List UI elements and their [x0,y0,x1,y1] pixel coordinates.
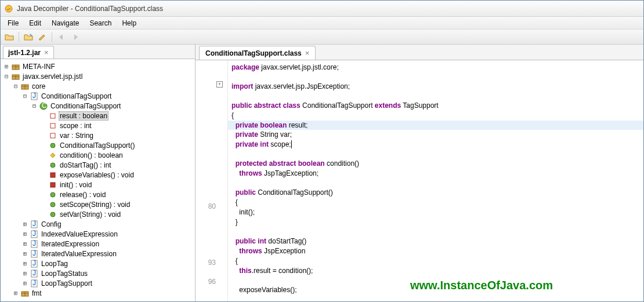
tree-node-fmt[interactable]: ⊞fmt [2,288,194,298]
jar-tab[interactable]: jstl-1.2.jar× [3,46,54,59]
content-area: jstl-1.2.jar× ⊞META-INF ⊟javax.servlet.j… [1,45,643,301]
tree-node-package[interactable]: ⊟javax.servlet.jsp.jstl [2,71,194,81]
tree-node-method-init[interactable]: init() : void [2,180,194,190]
collapse-icon[interactable]: ⊟ [31,103,38,109]
app-window: Java Decompiler - ConditionalTagSupport.… [0,0,644,302]
svg-rect-13 [50,173,55,177]
svg-point-17 [50,212,55,217]
menubar: File Edit Navigate Search Help [1,17,643,30]
tree-node-method-expose[interactable]: exposeVariables() : void [2,170,194,180]
line-gutter: + 809396 [196,60,228,301]
svg-rect-14 [50,183,55,187]
expand-icon[interactable]: ⊞ [21,250,28,257]
menu-navigate[interactable]: Navigate [47,18,84,28]
method-public-icon [48,210,57,219]
method-public-icon [48,200,57,209]
collapse-icon[interactable]: ⊟ [3,73,10,79]
svg-text:J: J [32,250,36,257]
expand-icon[interactable]: ⊞ [21,270,28,276]
collapse-icon[interactable]: ⊟ [21,93,28,99]
save-button[interactable] [22,31,35,43]
toolbar-separator [52,32,52,42]
back-button[interactable] [55,31,68,43]
svg-point-16 [50,202,55,207]
svg-rect-10 [50,133,55,138]
expand-icon[interactable]: ⊞ [21,280,28,286]
explorer-panel: jstl-1.2.jar× ⊞META-INF ⊟javax.servlet.j… [1,45,196,301]
tree-node-itve[interactable]: ⊞JIteratedValueExpression [2,249,194,259]
package-icon [11,62,20,71]
close-icon[interactable]: × [44,48,49,57]
field-private-icon [48,121,57,130]
method-public-icon [48,161,57,170]
app-icon [4,4,13,13]
close-icon[interactable]: × [305,49,310,57]
expand-icon[interactable]: ⊞ [21,231,28,237]
explorer-tabs: jstl-1.2.jar× [1,45,195,59]
package-icon [20,289,30,298]
class-file-icon: J [30,220,39,229]
toolbar [1,30,643,45]
class-file-icon: J [30,269,39,278]
class-file-icon: J [30,230,39,239]
code-content: package javax.servlet.jsp.jstl.core; imp… [228,60,643,301]
tree-node-class-inner[interactable]: ⊟CConditionalTagSupport [2,101,194,111]
editor-tab[interactable]: ConditionalTagSupport.class× [199,46,316,60]
tree-node-method-condition[interactable]: condition() : boolean [2,150,194,160]
fold-expand-icon[interactable]: + [216,81,223,88]
svg-text:J: J [32,230,36,238]
class-file-icon: J [30,279,39,288]
svg-point-15 [50,192,55,197]
expand-icon[interactable]: ⊞ [21,260,28,267]
expand-icon[interactable]: ⊞ [21,241,28,247]
field-private-icon [48,131,57,140]
tree-node-ive[interactable]: ⊞JIndexedValueExpression [2,229,194,239]
svg-text:J: J [32,279,36,287]
tree-node-looptagstatus[interactable]: ⊞JLoopTagStatus [2,268,194,278]
svg-text:J: J [32,270,36,277]
expand-icon[interactable]: ⊞ [3,63,10,70]
tree-node-ite[interactable]: ⊞JIteratedExpression [2,239,194,249]
tree-node-field-scope[interactable]: scope : int [2,121,194,130]
tree-node-method-setvar[interactable]: setVar(String) : void [2,209,194,219]
menu-search[interactable]: Search [85,18,116,28]
menu-help[interactable]: Help [117,18,141,28]
svg-text:J: J [32,92,36,100]
svg-text:J: J [32,260,36,267]
package-tree[interactable]: ⊞META-INF ⊟javax.servlet.jsp.jstl ⊟core … [1,59,195,301]
svg-point-0 [5,5,12,12]
tree-node-core[interactable]: ⊟core [2,81,194,91]
tree-node-config[interactable]: ⊞JConfig [2,219,194,229]
svg-rect-9 [50,123,55,128]
edit-button[interactable] [36,31,49,43]
tree-node-metainf[interactable]: ⊞META-INF [2,61,194,71]
tree-node-method-dostart[interactable]: doStartTag() : int [2,160,194,170]
tree-node-looptag[interactable]: ⊞JLoopTag [2,259,194,268]
class-file-icon: J [30,239,39,249]
tree-node-method-release[interactable]: release() : void [2,190,194,199]
menu-file[interactable]: File [3,18,23,28]
expand-icon[interactable]: ⊞ [21,221,28,227]
collapse-icon[interactable]: ⊟ [12,83,19,89]
code-editor[interactable]: + 809396 package javax.servlet.jsp.jstl.… [196,60,643,301]
tree-node-class[interactable]: ⊟JConditionalTagSupport [2,91,194,101]
tree-node-looptagsupport[interactable]: ⊞JLoopTagSupport [2,278,194,288]
tab-label: ConditionalTagSupport.class [205,49,302,57]
svg-point-12 [50,163,55,168]
svg-point-11 [50,143,55,148]
tree-node-field-var[interactable]: var : String [2,130,194,140]
forward-button[interactable] [69,31,82,43]
open-folder-button[interactable] [3,31,16,43]
tree-node-method-setscope[interactable]: setScope(String) : void [2,199,194,209]
tab-label: jstl-1.2.jar [8,49,41,57]
method-public-icon [48,141,57,150]
method-protected-icon [48,151,57,160]
class-file-icon: J [30,259,39,268]
tree-node-constructor[interactable]: ConditionalTagSupport() [2,140,194,150]
tree-node-field-result[interactable]: result : boolean [2,111,194,121]
method-private-icon [48,180,57,190]
menu-edit[interactable]: Edit [24,18,46,28]
expand-icon[interactable]: ⊞ [12,290,19,296]
package-icon [11,72,20,81]
titlebar: Java Decompiler - ConditionalTagSupport.… [1,1,643,17]
